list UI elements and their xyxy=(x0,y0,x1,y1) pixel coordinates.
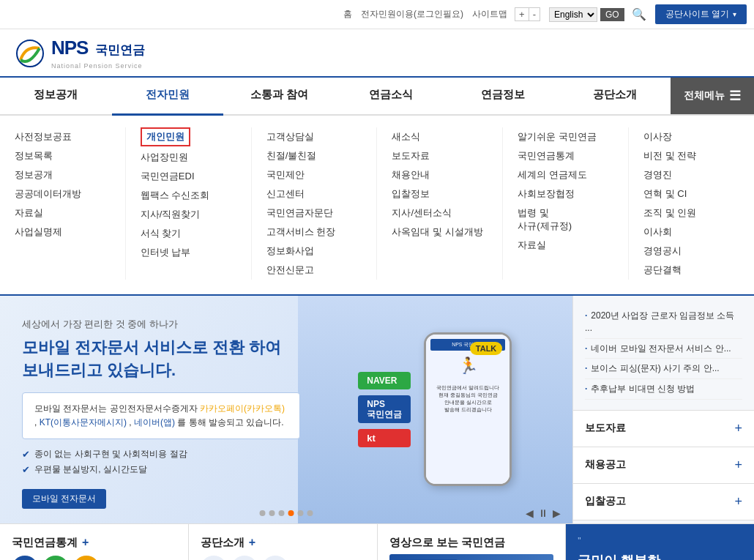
news-item-3[interactable]: 보이스 피싱(문자) 사기 주의 안... xyxy=(585,359,742,379)
dropdown-item[interactable]: 정보목록 xyxy=(15,146,111,165)
dropdown-item[interactable]: 사회보장협정 xyxy=(518,184,613,204)
banner-dot-1[interactable] xyxy=(260,510,266,516)
dropdown-item[interactable]: 이사회 xyxy=(643,223,739,242)
nav-item-info[interactable]: 정보공개 xyxy=(0,78,112,114)
accordion-press[interactable]: 보도자료 + xyxy=(573,411,754,447)
nav-emember[interactable]: 전자민원이용(로그인필요) xyxy=(361,8,463,20)
banner-pause[interactable]: ⏸ xyxy=(538,507,548,519)
nav-item-emember[interactable]: 전자민원 xyxy=(112,78,224,114)
dropdown-item[interactable]: 세계의 연금제도 xyxy=(518,165,613,184)
accordion-press-plus[interactable]: + xyxy=(734,421,742,436)
tile-video-title: 영상으로 보는 국민연금 xyxy=(389,536,554,550)
main-nav: 정보공개 전자민원 소통과 참여 연금소식 연금정보 공단소개 전체메뉴 ☰ xyxy=(0,78,754,115)
banner-list-item: 우편물 분실방지, 실시간도달 xyxy=(22,462,550,477)
dropdown-item[interactable]: 국민연금자문단 xyxy=(266,204,362,223)
dropdown-item[interactable]: 연혁 및 CI xyxy=(643,184,739,204)
accordion-bid-plus[interactable]: + xyxy=(734,494,742,509)
tile-about-icons: 🏢 📋 🔍 xyxy=(201,556,365,560)
dropdown-item[interactable]: 조직 및 인원 xyxy=(643,204,739,223)
dropdown-item[interactable]: 정보화사업 xyxy=(266,242,362,261)
banner-dot-4[interactable] xyxy=(288,510,294,516)
dropdown-item[interactable]: 자료실 xyxy=(15,204,111,223)
font-increase[interactable]: + xyxy=(515,8,529,20)
tile-stats-plus[interactable]: + xyxy=(82,536,89,549)
dropdown-item[interactable]: 사옥임대 및 시설개방 xyxy=(392,223,488,242)
dropdown-item-personal[interactable]: 개인민원 xyxy=(141,127,190,146)
dropdown-col-1: 사전정보공표 정보목록 정보공개 공공데이터개방 자료실 사업실명제 xyxy=(0,127,126,280)
dropdown-item[interactable]: 새소식 xyxy=(392,127,488,146)
nav-item-news[interactable]: 연금소식 xyxy=(335,78,447,114)
dropdown-item[interactable]: 사전정보공표 xyxy=(15,127,111,146)
dropdown-item[interactable]: 자료실 xyxy=(518,236,613,255)
accordion-recruit[interactable]: 채용공고 + xyxy=(573,447,754,484)
dropdown-item[interactable]: 알기쉬운 국민연금 xyxy=(518,127,613,146)
nav-home[interactable]: 홈 xyxy=(343,8,352,20)
news-item-4[interactable]: 추후납부 비대면 신청 방법 xyxy=(585,379,742,400)
dropdown-item[interactable]: 안전신문고 xyxy=(266,261,362,280)
dropdown-item[interactable]: 지사/센터소식 xyxy=(392,204,488,223)
news-item-2[interactable]: 네이버 모바일 전자문서 서비스 안... xyxy=(585,339,742,359)
dropdown-item[interactable]: 신고센터 xyxy=(266,184,362,204)
dropdown-item[interactable]: 정보공개 xyxy=(15,165,111,184)
dropdown-item[interactable]: 사업실명제 xyxy=(15,223,111,242)
banner-dot-2[interactable] xyxy=(269,510,275,516)
dropdown-item[interactable]: 경영공시 xyxy=(643,242,739,261)
top-bar: 홈 전자민원이용(로그인필요) 사이트맵 + - English 한국어 GO … xyxy=(0,0,754,29)
dropdown-item[interactable]: 국민연금통계 xyxy=(518,146,613,165)
accordion-bid[interactable]: 입찰공고 + xyxy=(573,484,754,520)
stats-icon-3: 💰 xyxy=(73,556,100,560)
dropdown-item[interactable]: 경영진 xyxy=(643,165,739,184)
dropdown-item[interactable]: 사업장민원 xyxy=(141,148,236,167)
dropdown-item[interactable]: 웹팩스 수신조회 xyxy=(141,186,236,205)
logo-text: NPS 국민연금 National Pension Service xyxy=(51,37,145,70)
font-decrease[interactable]: - xyxy=(529,8,540,20)
hamburger-icon: ☰ xyxy=(729,88,741,104)
bottom-tiles: 국민연금통계 + 👤 📊 💰 공단소개 + 🏢 📋 🔍 영상으로 보는 국민연금… xyxy=(0,523,754,560)
dropdown-item[interactable]: 채용안내 xyxy=(392,165,488,184)
banner-desc-post: 를 통해 발송되고 있습니다. xyxy=(177,417,283,428)
tile-quote-sub: " xyxy=(578,536,742,546)
banner-prev[interactable]: ◀ xyxy=(526,507,534,519)
banner-dot-6[interactable] xyxy=(307,510,313,516)
dropdown-item[interactable]: 국민제안 xyxy=(266,165,362,184)
news-item-1[interactable]: 2020년 사업장 근로자 임금정보 소득 ... xyxy=(585,306,742,339)
video-thumbnail[interactable]: NPS 국민연금공단 ▶ xyxy=(389,554,554,560)
nav-item-pension[interactable]: 연금정보 xyxy=(447,78,559,114)
dropdown-item[interactable]: 입찰정보 xyxy=(392,184,488,204)
news-section: 2020년 사업장 근로자 임금정보 소득 ... 네이버 모바일 전자문서 서… xyxy=(573,296,754,410)
dropdown-item[interactable]: 고객서비스 헌장 xyxy=(266,223,362,242)
dropdown-item[interactable]: 이사장 xyxy=(643,127,739,146)
dropdown-item[interactable]: 법령 및사규(제규정) xyxy=(518,204,613,236)
accordion-bid-label: 입찰공고 xyxy=(585,495,626,508)
accordion-recruit-plus[interactable]: + xyxy=(734,458,742,473)
dropdown-item[interactable]: 국민연금EDI xyxy=(141,167,236,186)
dropdown-item[interactable]: 비전 및 전략 xyxy=(643,146,739,165)
dropdown-item[interactable]: 친절/불친절 xyxy=(266,146,362,165)
nav-sitemap[interactable]: 사이트맵 xyxy=(472,8,507,20)
dropdown-item[interactable]: 서식 찾기 xyxy=(141,224,236,243)
nav-item-community[interactable]: 소통과 참여 xyxy=(223,78,335,114)
nav-item-about[interactable]: 공단소개 xyxy=(559,78,671,114)
tile-stats-icons: 👤 📊 💰 xyxy=(12,556,176,560)
dropdown-item[interactable]: 공단결핵 xyxy=(643,261,739,280)
logo-nps: NPS xyxy=(51,37,88,59)
header: NPS 국민연금 National Pension Service xyxy=(0,29,754,78)
search-icon[interactable]: 🔍 xyxy=(632,7,646,21)
dropdown-item[interactable]: 인터넷 납부 xyxy=(141,243,236,262)
dropdown-col-3: 고객상담실 친절/불친절 국민제안 신고센터 국민연금자문단 고객서비스 헌장 … xyxy=(252,127,378,280)
language-dropdown[interactable]: English 한국어 xyxy=(549,7,597,22)
tile-about: 공단소개 + 🏢 📋 🔍 xyxy=(189,524,378,560)
dropdown-item[interactable]: 지사/직원찾기 xyxy=(141,205,236,224)
dropdown-item[interactable]: 보도자료 xyxy=(392,146,488,165)
dropdown-item[interactable]: 고객상담실 xyxy=(266,127,362,146)
open-site-button[interactable]: 공단사이트 열기 xyxy=(655,4,747,24)
mobile-docs-button[interactable]: 모바일 전자문서 xyxy=(22,489,106,509)
tile-about-plus[interactable]: + xyxy=(249,536,255,549)
dropdown-item[interactable]: 공공데이터개방 xyxy=(15,184,111,204)
nav-all-menu[interactable]: 전체메뉴 ☰ xyxy=(671,78,754,114)
go-button[interactable]: GO xyxy=(600,8,624,21)
svg-point-0 xyxy=(17,40,43,67)
banner-next[interactable]: ▶ xyxy=(553,507,561,519)
banner-dot-3[interactable] xyxy=(279,510,285,516)
banner-dot-5[interactable] xyxy=(298,510,304,516)
